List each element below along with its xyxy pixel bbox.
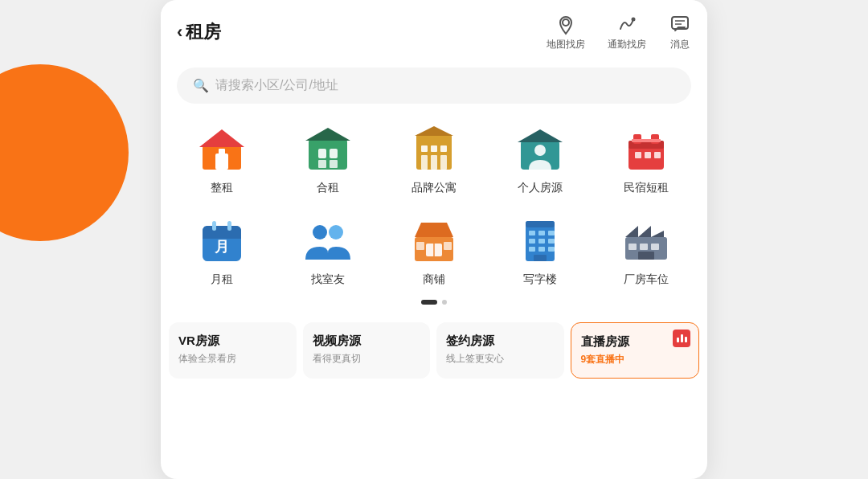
category-personal[interactable]: 个人房源 (496, 117, 584, 202)
svg-rect-22 (440, 155, 447, 170)
svg-rect-33 (654, 152, 661, 158)
svg-rect-49 (529, 231, 535, 235)
svg-marker-24 (518, 129, 563, 142)
nav-commute-label: 通勤找房 (608, 38, 646, 51)
svg-rect-14 (330, 160, 338, 168)
category-roommate[interactable]: 找室友 (284, 208, 372, 293)
svg-marker-62 (651, 231, 664, 237)
bar-1 (677, 338, 679, 342)
svg-rect-20 (421, 155, 428, 170)
svg-rect-45 (444, 242, 452, 250)
card-vr-subtitle: 体验全景看房 (178, 352, 287, 366)
left-circle-decoration (0, 64, 129, 241)
shared-rent-icon (302, 123, 354, 174)
svg-rect-9 (309, 139, 347, 170)
card-live[interactable]: 直播房源 9套直播中 (571, 322, 700, 379)
card-video[interactable]: 视频房源 看得更真切 (303, 322, 431, 379)
card-vr-title: VR房源 (178, 334, 287, 349)
svg-rect-17 (421, 145, 428, 152)
card-live-subtitle: 9套直播中 (581, 353, 690, 366)
svg-rect-64 (640, 244, 648, 250)
category-row-1: 整租 合租 (169, 117, 699, 202)
bar-3 (685, 337, 687, 342)
nav-messages[interactable]: 消息 (669, 13, 691, 51)
shop-icon (408, 215, 460, 266)
svg-marker-10 (305, 128, 350, 141)
minsu-label: 民宿短租 (624, 181, 669, 195)
svg-rect-18 (431, 145, 437, 152)
svg-rect-55 (529, 247, 535, 252)
monthly-label: 月租 (211, 272, 233, 287)
category-office[interactable]: 写字楼 (496, 208, 584, 293)
category-minsu[interactable]: 民宿短租 (602, 117, 690, 202)
card-signed[interactable]: 签约房源 线上签更安心 (436, 322, 564, 379)
category-shared-rent[interactable]: 合租 (284, 117, 372, 202)
bottom-cards: VR房源 体验全景看房 视频房源 看得更真切 签约房源 线上签更安心 直播房源 … (169, 314, 699, 387)
map-icon (555, 13, 577, 35)
svg-rect-19 (440, 145, 447, 152)
svg-rect-39 (227, 221, 231, 231)
svg-rect-8 (219, 149, 225, 155)
svg-rect-30 (632, 139, 661, 142)
brand-apt-icon (408, 123, 460, 174)
card-signed-subtitle: 线上签更安心 (446, 352, 555, 366)
category-row-2: 月 月租 找室友 (169, 208, 699, 293)
roommate-label: 找室友 (311, 272, 345, 287)
nav-map-label: 地图找房 (547, 38, 585, 51)
svg-rect-50 (538, 231, 545, 235)
svg-rect-57 (548, 247, 555, 252)
factory-label: 厂房车位 (624, 272, 669, 287)
card-video-title: 视频房源 (313, 334, 421, 349)
svg-point-25 (534, 145, 546, 156)
monthly-icon: 月 (196, 215, 248, 266)
svg-rect-52 (529, 239, 535, 244)
nav-map-find[interactable]: 地图找房 (547, 13, 585, 51)
svg-rect-44 (416, 242, 424, 250)
svg-rect-13 (318, 160, 326, 168)
category-shop[interactable]: 商铺 (390, 208, 478, 293)
svg-rect-11 (318, 149, 326, 158)
svg-rect-48 (526, 221, 555, 227)
svg-rect-21 (431, 155, 437, 170)
svg-point-40 (313, 225, 327, 240)
nav-commute-find[interactable]: 通勤找房 (608, 13, 646, 51)
category-section: 整租 合租 (161, 117, 707, 293)
card-vr[interactable]: VR房源 体验全景看房 (169, 322, 297, 379)
personal-icon (514, 123, 566, 174)
whole-rent-icon (196, 123, 248, 174)
svg-rect-58 (534, 255, 547, 261)
svg-rect-12 (330, 149, 338, 158)
svg-rect-54 (548, 239, 555, 244)
svg-text:月: 月 (215, 239, 229, 255)
category-brand-apt[interactable]: 品牌公寓 (390, 117, 478, 202)
brand-apt-label: 品牌公寓 (411, 181, 457, 195)
app-container: ‹ 租房 地图找房 通勤找房 (161, 0, 707, 479)
svg-rect-31 (635, 152, 641, 158)
dot-1 (421, 300, 437, 305)
search-icon: 🔍 (193, 78, 209, 93)
roommate-icon (302, 215, 354, 266)
back-button[interactable]: ‹ 租房 (177, 20, 221, 44)
category-factory[interactable]: 厂房车位 (602, 208, 690, 293)
svg-rect-51 (548, 231, 555, 235)
back-arrow-icon: ‹ (177, 22, 182, 43)
svg-point-41 (329, 225, 343, 240)
shop-label: 商铺 (423, 272, 445, 287)
personal-label: 个人房源 (518, 181, 563, 195)
bar-2 (681, 334, 683, 342)
svg-rect-66 (638, 252, 654, 260)
svg-rect-65 (651, 244, 659, 250)
card-video-subtitle: 看得更真切 (313, 352, 421, 366)
svg-marker-60 (625, 226, 638, 237)
svg-marker-16 (415, 126, 453, 136)
svg-point-0 (563, 19, 569, 26)
nav-messages-label: 消息 (670, 38, 690, 51)
category-whole-rent[interactable]: 整租 (178, 117, 266, 202)
search-bar[interactable]: 🔍 请搜索小区/公司/地址 (177, 68, 691, 104)
svg-rect-32 (645, 152, 651, 158)
factory-icon (620, 215, 672, 266)
pagination-dots (161, 300, 707, 305)
category-monthly[interactable]: 月 月租 (178, 208, 266, 293)
page-title: 租房 (186, 20, 221, 44)
top-nav: ‹ 租房 地图找房 通勤找房 (161, 0, 707, 59)
